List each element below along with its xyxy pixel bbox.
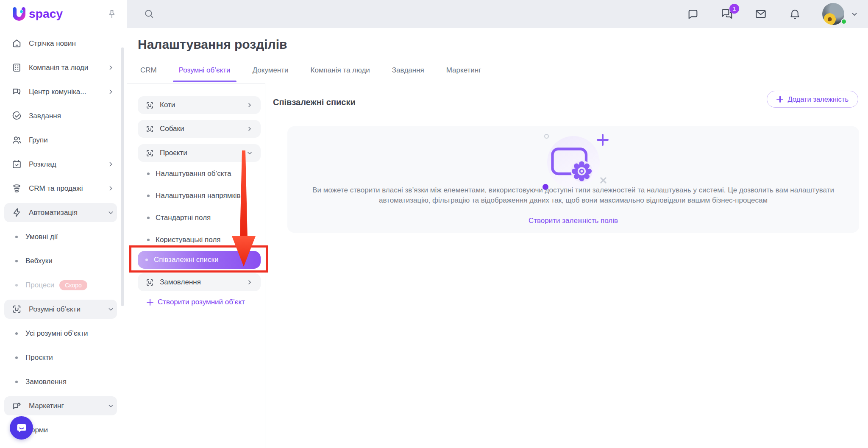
sidebar-item-orders[interactable]: Замовлення <box>0 370 127 394</box>
sidebar-item-label: Замовлення <box>25 378 67 386</box>
decor-ring-icon <box>544 134 549 139</box>
create-smart-object-link[interactable]: Створити розумний об’єкт <box>147 298 245 306</box>
sidebar-item-label: Завдання <box>29 112 61 120</box>
tab-marketing[interactable]: Маркетинг <box>444 64 484 82</box>
sidebar-item-label: Маркетинг <box>29 402 64 410</box>
subitem-directions-settings[interactable]: Налаштування напрямків <box>147 185 241 207</box>
add-dependency-button[interactable]: Додати залежність <box>767 91 858 108</box>
subitem-label: Співзалежні списки <box>154 256 218 264</box>
subitem-label: Користувацькі поля <box>156 236 221 244</box>
sidebar-item-label: Вебхуки <box>25 257 53 265</box>
subitem-object-settings[interactable]: Налаштування об’єкта <box>147 163 231 185</box>
search-icon <box>144 8 155 19</box>
chevron-right-icon <box>107 64 114 71</box>
mail-button[interactable] <box>754 8 767 20</box>
marketing-icon <box>11 401 22 412</box>
sidebar-item-crm[interactable]: CRM та продажі <box>0 176 127 200</box>
sidebar-item-communication-center[interactable]: Центр комуніка... <box>0 80 127 104</box>
comment-icon <box>687 8 699 20</box>
chevron-down-icon <box>107 402 114 409</box>
messenger-button[interactable]: 1 <box>721 8 733 20</box>
smart-object-icon <box>145 149 154 158</box>
sidebar-item-label: Проєкти <box>25 353 53 362</box>
bullet-icon <box>147 239 150 241</box>
tab-smart-objects[interactable]: Розумні об’єкти <box>176 64 233 82</box>
sidebar: spacy Стрічка новин Компанія та люди Цен… <box>0 0 127 448</box>
sidebar-item-tasks[interactable]: Завдання <box>0 104 127 128</box>
soon-badge: Скоро <box>59 280 87 290</box>
tab-company[interactable]: Компанія та люди <box>308 64 373 82</box>
tasks-check-icon <box>11 111 22 122</box>
main-area: Налаштування розділів CRM Розумні об’єкт… <box>127 28 868 448</box>
tab-tasks[interactable]: Завдання <box>389 64 427 82</box>
object-item-projects[interactable]: Проєкти <box>138 144 261 162</box>
sidebar-item-schedule[interactable]: Розклад <box>0 152 127 176</box>
sidebar-scrollbar[interactable] <box>121 47 124 306</box>
smart-object-icon <box>145 125 154 134</box>
object-item-dogs[interactable]: Собаки <box>138 120 261 138</box>
tab-crm[interactable]: CRM <box>138 64 159 82</box>
objects-panel: Коти Собаки Проєкти Налаштування об’єкта… <box>127 83 265 448</box>
chevron-down-icon <box>107 209 114 216</box>
bullet-icon <box>15 381 18 383</box>
uspacy-logo[interactable]: spacy <box>11 6 63 22</box>
topbar-icons: 1 <box>687 0 859 28</box>
object-item-orders[interactable]: Замовлення <box>138 273 261 291</box>
sidebar-item-marketing[interactable]: Маркетинг <box>0 394 127 418</box>
chevron-right-icon <box>246 102 253 109</box>
bullet-icon <box>145 259 148 261</box>
object-label: Коти <box>160 101 175 109</box>
sidebar-item-label: Процеси <box>25 281 54 289</box>
sidebar-item-company[interactable]: Компанія та люди <box>0 56 127 80</box>
chevron-down-icon <box>850 10 859 18</box>
empty-state-card: Ви можете створити власні зв’язки між ел… <box>287 126 859 233</box>
pin-sidebar-button[interactable] <box>107 9 117 19</box>
sidebar-nav: Стрічка новин Компанія та люди Центр ком… <box>0 28 127 442</box>
search-button[interactable] <box>142 7 156 21</box>
sidebar-item-label: Центр комуніка... <box>29 88 86 96</box>
plus-icon <box>147 299 153 306</box>
subitem-label: Налаштування напрямків <box>156 192 241 200</box>
create-field-dependency-link[interactable]: Створити залежність полів <box>529 217 618 225</box>
sidebar-item-label: Умовні дії <box>25 233 58 241</box>
sidebar-item-smart-objects[interactable]: Розумні об’єкти <box>0 297 127 321</box>
chevron-right-icon <box>107 185 114 192</box>
object-item-cats[interactable]: Коти <box>138 96 261 114</box>
comment-button[interactable] <box>687 8 699 20</box>
crm-stack-icon <box>11 183 22 194</box>
chat-bubble-icon <box>16 422 28 434</box>
card-gear-icon <box>542 138 605 189</box>
sidebar-item-all-smart-objects[interactable]: Усі розумні об’єкти <box>0 321 127 345</box>
support-chat-button[interactable] <box>10 416 33 440</box>
sidebar-item-label: Автоматизація <box>29 209 78 217</box>
sidebar-item-conditional-actions[interactable]: Умовні дії <box>0 225 127 249</box>
sidebar-item-groups[interactable]: Групи <box>0 128 127 152</box>
online-status-dot <box>841 19 847 25</box>
sidebar-item-automation[interactable]: Автоматизація <box>0 200 127 225</box>
tab-documents[interactable]: Документи <box>250 64 291 82</box>
bullet-icon <box>147 217 150 219</box>
sidebar-item-newsfeed[interactable]: Стрічка новин <box>0 31 127 56</box>
smart-objects-icon <box>11 304 22 315</box>
sidebar-item-webhooks[interactable]: Вебхуки <box>0 249 127 273</box>
sidebar-item-projects[interactable]: Проєкти <box>0 345 127 370</box>
profile-menu[interactable] <box>822 3 859 25</box>
logo-mark-icon <box>11 6 27 22</box>
sidebar-item-label: Групи <box>29 136 48 145</box>
unread-count-badge: 1 <box>729 4 739 14</box>
subitem-dependent-lists-selected[interactable]: Співзалежні списки <box>138 251 261 269</box>
chevron-right-icon <box>246 125 253 132</box>
section-heading: Співзалежні списки <box>273 97 356 107</box>
object-label: Собаки <box>160 125 184 133</box>
bell-icon <box>789 8 801 20</box>
calendar-icon <box>11 159 22 170</box>
bullet-icon <box>15 236 18 238</box>
plus-icon <box>776 96 783 103</box>
bullet-icon <box>147 173 150 175</box>
subitem-standard-fields[interactable]: Стандартні поля <box>147 207 211 229</box>
notifications-button[interactable] <box>788 8 801 20</box>
bullet-icon <box>15 332 18 335</box>
bullet-icon <box>15 260 18 262</box>
subitem-custom-fields[interactable]: Користувацькі поля <box>147 229 221 251</box>
communications-icon <box>11 86 22 97</box>
